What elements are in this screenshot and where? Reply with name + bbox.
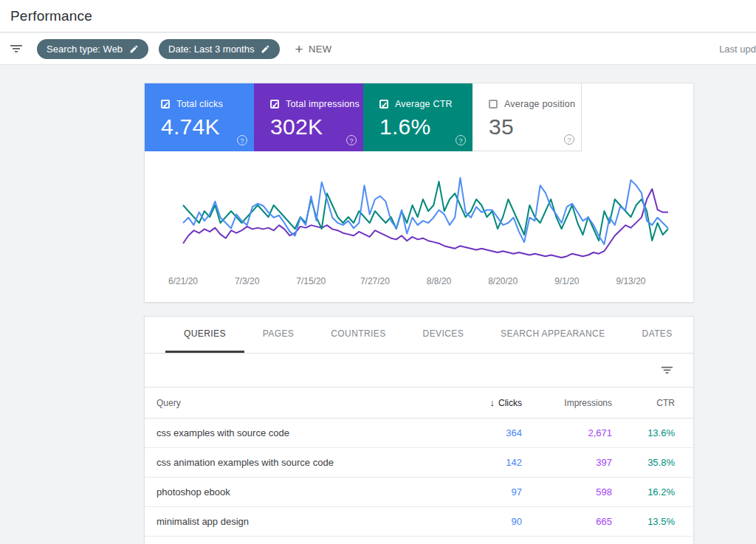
- tab-dates[interactable]: DATES: [624, 317, 691, 353]
- x-axis-tick-label: 7/3/20: [235, 276, 260, 286]
- impressions-cell: 397: [522, 457, 612, 468]
- query-cell: css examples with source code: [157, 427, 433, 438]
- metric-card-total-impressions[interactable]: ✓ Total impressions 302K ?: [254, 83, 363, 151]
- chart-line-ctr: [183, 182, 668, 241]
- chart-line-impressions: [183, 189, 668, 258]
- performance-chart[interactable]: 6/21/207/3/207/15/207/27/208/8/208/20/20…: [145, 151, 695, 303]
- x-axis-tick-label: 8/20/20: [488, 276, 518, 286]
- tab-search-appearance[interactable]: SEARCH APPEARANCE: [482, 317, 624, 353]
- x-axis-tick-label: 9/1/20: [554, 276, 580, 286]
- table-subtoolbar: [145, 354, 693, 388]
- edit-pencil-icon: [261, 44, 270, 54]
- impressions-cell: 665: [522, 516, 612, 527]
- table-row[interactable]: css animation examples with source code …: [145, 448, 693, 478]
- checkbox-checked-icon[interactable]: ✓: [270, 100, 279, 109]
- help-icon[interactable]: ?: [456, 135, 466, 145]
- clicks-cell: 364: [433, 427, 522, 438]
- plus-icon: +: [295, 42, 303, 56]
- x-axis-tick-label: 7/27/20: [360, 276, 390, 286]
- column-header-query[interactable]: Query: [157, 398, 433, 408]
- table-header-row: Query ↓Clicks Impressions CTR: [145, 388, 693, 419]
- metric-card-label: Total clicks: [176, 99, 223, 109]
- query-cell: css animation examples with source code: [157, 457, 433, 468]
- tab-queries[interactable]: QUERIES: [165, 317, 244, 353]
- ctr-cell: 13.5%: [612, 516, 675, 527]
- ctr-cell: 16.2%: [612, 486, 675, 497]
- clicks-cell: 142: [433, 457, 522, 468]
- impressions-cell: 2,671: [522, 427, 612, 438]
- table-row[interactable]: minimalist app design 90 665 13.5%: [145, 507, 693, 537]
- table-row[interactable]: photoshop ebook 97 598 16.2%: [145, 478, 693, 507]
- metric-card-average-ctr[interactable]: ✓ Average CTR 1.6% ?: [363, 83, 472, 151]
- page-title: Performance: [10, 8, 92, 24]
- ctr-cell: 13.6%: [612, 427, 675, 438]
- filter-list-icon[interactable]: [6, 38, 27, 59]
- search-type-chip[interactable]: Search type: Web: [37, 39, 148, 59]
- table-filter-icon[interactable]: [656, 360, 677, 381]
- filter-toolbar: Search type: Web Date: Last 3 months + N…: [0, 33, 756, 65]
- metric-cards-row: ✓ Total clicks 4.74K ? ✓ Total impressio…: [145, 83, 693, 151]
- last-updated-text: Last upd: [719, 44, 756, 55]
- dimension-tabs: QUERIES PAGES COUNTRIES DEVICES SEARCH A…: [145, 317, 693, 354]
- query-cell: photoshop ebook: [157, 486, 433, 497]
- date-range-chip[interactable]: Date: Last 3 months: [159, 39, 280, 59]
- date-range-chip-label: Date: Last 3 months: [168, 44, 254, 55]
- search-type-chip-label: Search type: Web: [47, 44, 123, 55]
- tab-devices[interactable]: DEVICES: [405, 317, 482, 353]
- metric-card-total-clicks[interactable]: ✓ Total clicks 4.74K ?: [145, 83, 254, 151]
- x-axis-tick-label: 9/13/20: [616, 276, 645, 286]
- help-icon[interactable]: ?: [346, 135, 357, 145]
- checkbox-checked-icon[interactable]: ✓: [379, 100, 388, 109]
- checkbox-unchecked-icon[interactable]: [489, 100, 498, 109]
- x-axis-tick-label: 7/15/20: [296, 276, 326, 286]
- x-axis-tick-label: 8/8/20: [427, 276, 452, 286]
- help-icon[interactable]: ?: [237, 135, 247, 145]
- x-axis-tick-label: 6/21/20: [168, 276, 198, 286]
- edit-pencil-icon: [129, 44, 139, 54]
- query-cell: minimalist app design: [157, 516, 433, 527]
- metric-card-label: Total impressions: [286, 99, 360, 109]
- app-header: Performance: [0, 0, 756, 32]
- column-header-clicks[interactable]: ↓Clicks: [433, 397, 522, 408]
- checkbox-checked-icon[interactable]: ✓: [161, 100, 170, 109]
- sort-descending-icon: ↓: [490, 397, 495, 408]
- table-row[interactable]: css examples with source code 364 2,671 …: [145, 419, 693, 448]
- summary-panel: ✓ Total clicks 4.74K ? ✓ Total impressio…: [144, 83, 694, 303]
- metric-card-label: Average position: [504, 99, 575, 109]
- new-filter-button[interactable]: + NEW: [295, 42, 331, 56]
- tab-countries[interactable]: COUNTRIES: [312, 317, 404, 353]
- metric-card-average-position[interactable]: Average position 35 ?: [472, 83, 582, 151]
- new-filter-label: NEW: [309, 44, 332, 55]
- impressions-cell: 598: [522, 486, 612, 497]
- column-header-impressions[interactable]: Impressions: [522, 398, 612, 408]
- tab-pages[interactable]: PAGES: [244, 317, 312, 353]
- clicks-cell: 90: [433, 516, 522, 527]
- performance-chart-svg: 6/21/207/3/207/15/207/27/208/8/208/20/20…: [145, 151, 695, 303]
- clicks-cell: 97: [433, 486, 522, 497]
- dimensions-panel: QUERIES PAGES COUNTRIES DEVICES SEARCH A…: [144, 316, 694, 544]
- metric-card-label: Average CTR: [395, 99, 453, 109]
- column-header-ctr[interactable]: CTR: [612, 398, 675, 408]
- ctr-cell: 35.8%: [612, 457, 675, 468]
- help-icon[interactable]: ?: [564, 134, 574, 145]
